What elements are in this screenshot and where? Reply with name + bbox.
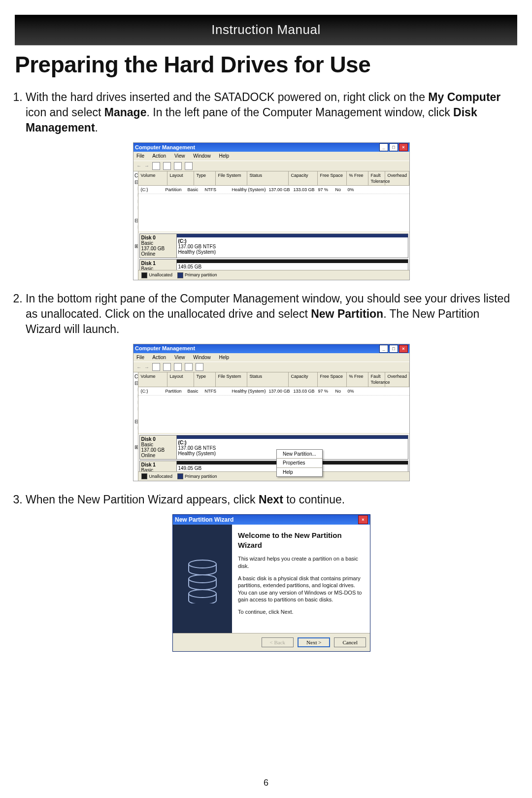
wizard-text: This wizard helps you create a partition… <box>238 555 364 569</box>
toolbar-icon[interactable] <box>163 363 171 371</box>
svg-point-2 <box>189 590 216 598</box>
legend: Unallocated Primary partition <box>138 270 409 280</box>
toolbar-icon[interactable] <box>196 363 203 371</box>
toolbar-icon[interactable] <box>185 162 193 170</box>
toolbar-icon[interactable] <box>174 162 182 170</box>
figure-computer-management-2: Computer Management _ □ × File Action Vi… <box>133 344 410 482</box>
menu-help[interactable]: Help <box>219 153 230 159</box>
nav-tree[interactable]: Computer Management (Local) ⊟ 🛠 System T… <box>133 171 138 280</box>
toolbar-icon[interactable] <box>152 162 160 170</box>
back-button: < Back <box>262 637 294 647</box>
step-2: In the bottom right pane of the Computer… <box>26 291 517 482</box>
menu-bar[interactable]: File Action View Window Help <box>133 152 409 161</box>
close-button[interactable]: × <box>399 143 408 151</box>
wizard-sidebar <box>173 525 232 633</box>
window-titlebar[interactable]: Computer Management _ □ × <box>133 143 409 152</box>
toolbar-icon[interactable] <box>185 363 193 371</box>
close-button[interactable]: × <box>358 515 368 524</box>
figure-new-partition-wizard: New Partition Wizard × <box>172 514 370 652</box>
window-title: Computer Management <box>135 345 195 352</box>
minimize-button[interactable]: _ <box>379 345 388 353</box>
toolbar-icon[interactable] <box>163 162 171 170</box>
menu-action[interactable]: Action <box>152 153 166 159</box>
disk-area: Disk 0 Basic 137.00 GB Online (C:) <box>138 232 409 270</box>
page-title: Preparing the Hard Drives for Use <box>15 51 517 78</box>
next-button[interactable]: Next > <box>298 637 330 647</box>
ctx-properties[interactable]: Properties <box>277 459 322 467</box>
wizard-titlebar[interactable]: New Partition Wizard × <box>173 515 370 525</box>
legend: Unallocated Primary partition <box>138 471 409 481</box>
toolbar: ←→ <box>133 161 409 171</box>
ctx-help[interactable]: Help <box>277 468 322 477</box>
disk-0-row[interactable]: Disk 0 Basic 137.00 GB Online (C:) <box>139 233 408 258</box>
volume-row[interactable]: (C:) Partition Basic NTFS Healthy (Syste… <box>138 387 409 396</box>
toolbar-icon[interactable] <box>152 363 160 371</box>
header-title: Instruction Manual <box>211 22 320 37</box>
menu-bar[interactable]: File Action View Window Help <box>133 353 409 362</box>
wizard-title: New Partition Wizard <box>175 516 233 524</box>
maximize-button[interactable]: □ <box>389 345 398 353</box>
wizard-text: To continue, click Next. <box>238 608 364 615</box>
tree-root[interactable]: Computer Management (Local) <box>134 172 137 179</box>
volume-grid-header: Volume Layout Type File System Status Ca… <box>138 372 409 387</box>
close-button[interactable]: × <box>399 345 408 353</box>
menu-window[interactable]: Window <box>193 153 211 159</box>
page-number: 6 <box>0 778 532 788</box>
ctx-new-partition[interactable]: New Partition... <box>277 450 322 459</box>
header-band: Instruction Manual <box>15 15 517 45</box>
menu-file[interactable]: File <box>136 153 144 159</box>
maximize-button[interactable]: □ <box>389 143 398 151</box>
wizard-button-bar: < Back Next > Cancel <box>173 633 370 651</box>
disk-0-row[interactable]: Disk 0 Basic 137.00 GB Online (C:) <box>139 435 408 460</box>
cancel-button[interactable]: Cancel <box>334 637 366 647</box>
step-1: With the hard drives inserted and the SA… <box>26 90 517 280</box>
wizard-text: A basic disk is a physical disk that con… <box>238 575 364 603</box>
wizard-heading: Welcome to the New Partition Wizard <box>238 531 364 550</box>
nav-tree[interactable]: Computer Management (Local) ⊟ System Too… <box>133 372 138 481</box>
svg-point-1 <box>189 575 216 583</box>
toolbar: ←→ <box>133 362 409 372</box>
window-title: Computer Management <box>135 144 195 151</box>
toolbar-icon[interactable] <box>174 363 182 371</box>
volume-row[interactable]: (C:) Partition Basic NTFS Healthy (Syste… <box>138 186 409 194</box>
figure-computer-management-1: Computer Management _ □ × File Action Vi… <box>133 142 410 280</box>
disk-area: Disk 0 Basic 137.00 GB Online (C:) <box>138 433 409 471</box>
window-titlebar[interactable]: Computer Management _ □ × <box>133 344 409 353</box>
disk-stack-icon <box>185 554 220 603</box>
disk-1-row[interactable]: Disk 1 Basic 149.05 GB Online 149.05 GB <box>139 259 408 270</box>
minimize-button[interactable]: _ <box>379 143 388 151</box>
disk-1-row[interactable]: Disk 1 Basic 149.05 GB Online 149.05 GB <box>139 461 408 471</box>
menu-view[interactable]: View <box>174 153 185 159</box>
steps-list: With the hard drives inserted and the SA… <box>26 90 517 652</box>
context-menu[interactable]: New Partition... Properties Help <box>276 449 323 477</box>
volume-grid-header: Volume Layout Type File System Status Ca… <box>138 171 409 186</box>
svg-point-0 <box>189 560 216 568</box>
step-3: When the New Partition Wizard appears, c… <box>26 492 517 652</box>
